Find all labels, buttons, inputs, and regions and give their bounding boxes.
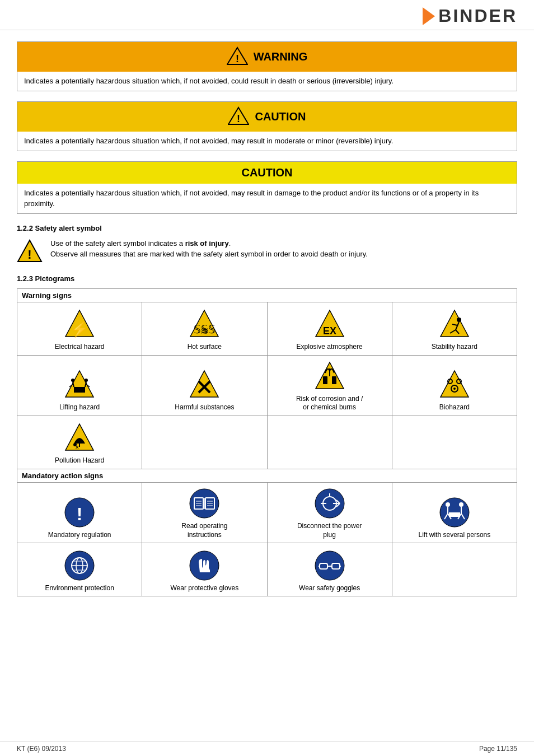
svg-marker-34 xyxy=(441,371,469,397)
env-protect-cell: Environment protection xyxy=(20,548,139,592)
wear-gloves-icon xyxy=(188,549,221,582)
caution-body-1: Indicates a potentially hazardous situat… xyxy=(17,132,517,151)
svg-point-22 xyxy=(85,379,88,382)
svg-point-38 xyxy=(453,388,456,390)
lift-persons-label: Lift with several persons xyxy=(419,531,491,540)
stability-icon xyxy=(438,308,471,340)
hot-label: Hot surface xyxy=(188,343,222,352)
svg-text:≋: ≋ xyxy=(200,325,209,337)
picto-disconnect: Disconnect the powerplug xyxy=(267,482,392,543)
warning-header: ! WARNING xyxy=(17,42,517,72)
svg-text:⚡: ⚡ xyxy=(71,320,89,338)
warning-row-3: ✕ Pollution Hazard xyxy=(17,416,517,469)
mandatory-signs-label: Mandatory action signs xyxy=(17,469,517,482)
picto-lift-persons: Lift with several persons xyxy=(392,482,517,543)
pollution-label: Pollution Hazard xyxy=(55,456,104,465)
biohazard-label: Biohazard xyxy=(439,403,470,412)
svg-text:!: ! xyxy=(27,248,31,262)
svg-rect-20 xyxy=(74,387,85,393)
warning-row-2: Lifting hazard Harmful s xyxy=(17,355,517,416)
lifting-cell: Lifting hazard xyxy=(20,367,139,412)
picto-corrosion: Risk of corrosion and /or chemical burns xyxy=(267,355,392,416)
lift-persons-icon xyxy=(438,496,471,529)
picto-harmful: Harmful substances xyxy=(142,355,267,416)
svg-point-63 xyxy=(446,502,450,507)
mandatory-row-2: Environment protection Wear protective g… xyxy=(17,543,517,596)
pollution-cell: ✕ Pollution Hazard xyxy=(20,421,139,465)
electrical-label: Electrical hazard xyxy=(55,343,105,352)
harmful-icon xyxy=(188,368,221,401)
picto-lifting: Lifting hazard xyxy=(17,355,142,416)
picto-empty-2 xyxy=(267,416,392,469)
footer-left: KT (E6) 09/2013 xyxy=(17,745,66,753)
picto-empty-3 xyxy=(392,416,517,469)
safety-bold: risk of injury xyxy=(185,239,229,248)
safety-alert-icon: ! xyxy=(17,239,43,264)
env-protect-icon xyxy=(63,549,96,582)
svg-text:!: ! xyxy=(237,113,240,124)
svg-marker-19 xyxy=(65,371,93,397)
logo-arrow-icon xyxy=(423,7,435,25)
svg-marker-13 xyxy=(441,310,469,337)
svg-rect-67 xyxy=(449,512,460,517)
logo-text: BINDER xyxy=(438,6,517,26)
pollution-icon: ✕ xyxy=(63,422,96,454)
footer: KT (E6) 09/2013 Page 11/135 xyxy=(0,741,534,756)
section-123-heading: 1.2.3 Pictograms xyxy=(17,274,517,283)
wear-gloves-label: Wear protective gloves xyxy=(170,584,238,593)
caution-triangle-icon-1: ! xyxy=(228,106,249,127)
mand-reg-label: Mandatory regulation xyxy=(48,531,111,540)
svg-text:!: ! xyxy=(236,53,239,64)
svg-rect-32 xyxy=(332,376,336,384)
caution-header-2: CAUTION xyxy=(17,162,517,184)
disconnect-icon xyxy=(313,487,346,520)
explosive-label: Explosive atmosphere xyxy=(297,343,363,352)
caution-box-1: ! CAUTION Indicates a potentially hazard… xyxy=(17,101,517,151)
warning-title: WARNING xyxy=(254,50,308,63)
picto-wear-gloves: Wear protective gloves xyxy=(142,543,267,596)
picto-stability: Stability hazard xyxy=(392,302,517,355)
picto-hot: 𝕊𝕊𝕊 ≋ Hot surface xyxy=(142,302,267,355)
main-content: ! WARNING Indicates a potentially hazard… xyxy=(0,30,534,608)
section-122-heading: 1.2.2 Safety alert symbol xyxy=(17,224,517,232)
electrical-cell: ⚡ Electrical hazard xyxy=(20,307,139,352)
mand-reg-cell: ! Mandatory regulation xyxy=(20,494,139,539)
lifting-icon xyxy=(63,368,96,401)
stability-cell: Stability hazard xyxy=(395,307,514,352)
warning-row-1: ⚡ Electrical hazard 𝕊𝕊𝕊 xyxy=(17,302,517,355)
env-protect-label: Environment protection xyxy=(45,584,114,593)
corrosion-icon xyxy=(313,360,346,393)
svg-text:✕: ✕ xyxy=(75,445,79,450)
read-ops-icon xyxy=(188,487,221,520)
safety-alert-row: ! Use of the safety alert symbol indicat… xyxy=(17,238,517,264)
picto-electrical: ⚡ Electrical hazard xyxy=(17,302,142,355)
picto-empty-1 xyxy=(142,416,267,469)
caution-header-1: ! CAUTION xyxy=(17,102,517,132)
corrosion-cell: Risk of corrosion and /or chemical burns xyxy=(270,360,390,412)
warning-signs-label: Warning signs xyxy=(17,288,517,302)
picto-mand-empty xyxy=(392,543,517,596)
warning-body: Indicates a potentially hazardous situat… xyxy=(17,72,517,91)
read-ops-label: Read operatinginstructions xyxy=(181,522,227,539)
logo: BINDER xyxy=(423,6,517,26)
svg-point-64 xyxy=(459,502,463,507)
picto-explosive: EX Explosive atmosphere xyxy=(267,302,392,355)
biohazard-cell: Biohazard xyxy=(395,367,514,412)
caution-title-1: CAUTION xyxy=(255,110,306,123)
svg-text:EX: EX xyxy=(323,325,336,337)
explosive-icon: EX xyxy=(313,308,346,340)
svg-marker-27 xyxy=(190,371,218,397)
warning-signs-row: Warning signs xyxy=(17,288,517,302)
safety-line3: Observe all measures that are marked wit… xyxy=(50,249,368,260)
header: BINDER xyxy=(0,0,534,30)
svg-point-55 xyxy=(315,489,344,518)
wear-goggles-icon xyxy=(313,549,346,582)
wear-gloves-cell: Wear protective gloves xyxy=(144,548,264,592)
picto-env-protect: Environment protection xyxy=(17,543,142,596)
caution-body-2: Indicates a potentially hazardous situat… xyxy=(17,184,517,213)
safety-line1: Use of the safety alert symbol indicates… xyxy=(50,238,368,249)
biohazard-icon xyxy=(438,368,471,401)
picto-biohazard: Biohazard xyxy=(392,355,517,416)
picto-wear-goggles: Wear safety goggles xyxy=(267,543,392,596)
harmful-cell: Harmful substances xyxy=(144,367,264,412)
